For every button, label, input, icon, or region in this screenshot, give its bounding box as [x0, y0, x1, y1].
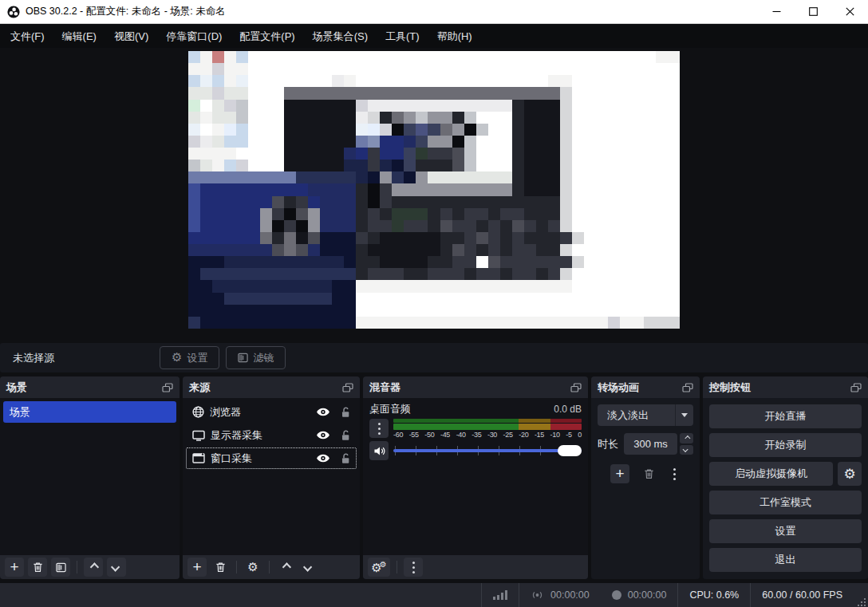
record-timer: 00:00:00: [601, 583, 678, 607]
resize-grip[interactable]: [855, 596, 866, 607]
maximize-button[interactable]: [795, 0, 831, 23]
duration-decrease-button[interactable]: [680, 445, 693, 455]
menu-edit[interactable]: 编辑(E): [53, 25, 105, 48]
remove-transition-button[interactable]: [639, 464, 658, 483]
source-row-window-capture[interactable]: 窗口采集: [186, 447, 357, 469]
add-source-button[interactable]: +: [187, 558, 207, 577]
mute-button[interactable]: [369, 441, 389, 460]
meter-scale: -60-55-50-45-40-35-30-25-20-15-10-50: [393, 431, 582, 439]
source-label: 显示器采集: [211, 428, 262, 443]
preview-mosaic[interactable]: [188, 51, 680, 329]
source-up-button[interactable]: [276, 558, 295, 577]
add-transition-button[interactable]: +: [610, 464, 629, 483]
cpu-usage: CPU: 0.6%: [678, 583, 750, 607]
chevron-down-icon: [303, 562, 312, 571]
minimize-button[interactable]: [758, 0, 795, 23]
source-properties-button[interactable]: ⚙: [243, 558, 262, 577]
studio-mode-button[interactable]: 工作室模式: [709, 491, 862, 514]
transition-current: 淡入淡出: [598, 408, 675, 423]
scene-filters-button[interactable]: [51, 558, 70, 577]
mixer-menu-button[interactable]: [404, 558, 423, 577]
unlock-icon[interactable]: [341, 453, 350, 464]
menu-tools[interactable]: 工具(T): [377, 25, 428, 48]
settings-button[interactable]: 设置: [709, 519, 862, 543]
source-row-browser[interactable]: 浏览器: [186, 401, 357, 423]
unlock-icon[interactable]: [341, 407, 350, 418]
scene-item-label: 场景: [10, 405, 30, 420]
title-bar: OBS 30.2.2 - 配置文件: 未命名 - 场景: 未命名: [0, 0, 868, 24]
network-status: [482, 583, 519, 607]
advanced-audio-button[interactable]: ⚙⚙: [368, 558, 390, 577]
scenes-toolbar: +: [0, 555, 180, 579]
add-scene-button[interactable]: +: [5, 558, 24, 577]
slider-handle[interactable]: [558, 445, 582, 456]
duration-label: 时长: [598, 437, 618, 451]
scene-up-button[interactable]: [84, 558, 103, 577]
scenes-title: 场景: [6, 380, 27, 395]
source-down-button[interactable]: [299, 558, 318, 577]
menu-help[interactable]: 帮助(H): [428, 25, 481, 48]
duration-increase-button[interactable]: [680, 433, 693, 443]
source-properties-bar: 未选择源 ⚙ 设置 滤镜: [0, 343, 868, 372]
speaker-icon: [373, 446, 385, 456]
source-filters-button[interactable]: 滤镜: [226, 346, 286, 369]
scenes-header: 场景: [0, 376, 180, 398]
transitions-header: 转场动画: [591, 376, 700, 398]
remove-source-button[interactable]: [211, 558, 230, 577]
transition-properties-button[interactable]: [668, 464, 681, 483]
source-label: 窗口采集: [211, 451, 252, 466]
menu-file[interactable]: 文件(F): [2, 25, 53, 48]
popout-icon: [850, 383, 862, 392]
transition-select[interactable]: 淡入淡出: [598, 404, 693, 426]
controls-title: 控制按钮: [709, 380, 751, 395]
filter-icon: [56, 562, 66, 573]
eye-icon[interactable]: [316, 454, 330, 463]
virtual-camera-settings-button[interactable]: ⚙: [838, 462, 862, 486]
menu-view[interactable]: 视图(V): [105, 25, 157, 48]
remove-scene-button[interactable]: [28, 558, 47, 577]
monitor-icon: [192, 430, 205, 441]
volume-slider[interactable]: [393, 442, 582, 459]
popout-icon: [570, 383, 582, 392]
no-source-label: 未选择源: [13, 351, 54, 365]
chevron-down-icon: [683, 447, 688, 452]
gear-icon: ⚙: [247, 562, 258, 573]
scene-item-selected[interactable]: 场景: [3, 401, 176, 423]
controls-header: 控制按钮: [703, 376, 868, 398]
source-settings-button[interactable]: ⚙ 设置: [160, 346, 219, 369]
sources-panel: 来源 浏览器: [183, 376, 360, 579]
record-icon: [612, 590, 621, 600]
stream-time: 00:00:00: [550, 589, 590, 601]
volume-meter-top: [393, 419, 582, 423]
start-virtual-camera-button[interactable]: 启动虚拟摄像机: [709, 462, 833, 486]
globe-icon: [192, 406, 204, 418]
mixer-channel-menu-button[interactable]: [369, 419, 389, 438]
start-recording-button[interactable]: 开始录制: [709, 433, 862, 457]
transitions-body: 淡入淡出 时长 300 ms +: [591, 398, 700, 579]
controls-body: 开始直播 开始录制 启动虚拟摄像机 ⚙ 工作室模式 设置 退出: [703, 398, 868, 579]
chevron-down-icon: [111, 562, 120, 571]
source-filters-label: 滤镜: [253, 351, 274, 365]
scene-down-button[interactable]: [107, 558, 126, 577]
eye-icon[interactable]: [316, 431, 330, 439]
fps-display: 60.00 / 60.00 FPS: [751, 583, 854, 607]
menu-scene-collection[interactable]: 场景集合(S): [304, 25, 377, 48]
sources-header: 来源: [183, 376, 360, 398]
menu-docks[interactable]: 停靠窗口(D): [157, 25, 231, 48]
source-label: 浏览器: [210, 405, 241, 420]
volume-db-value: 0.0 dB: [554, 404, 582, 415]
close-button[interactable]: [831, 0, 868, 23]
unlock-icon[interactable]: [341, 430, 350, 441]
start-streaming-button[interactable]: 开始直播: [709, 404, 862, 428]
audio-mixer-panel: 混音器 桌面音频 0.0 dB -60-55-50-45-40-35-30-25…: [363, 376, 588, 579]
exit-button[interactable]: 退出: [709, 548, 862, 572]
menu-profile[interactable]: 配置文件(P): [231, 25, 303, 48]
eye-icon[interactable]: [316, 408, 330, 416]
obs-logo-icon: [7, 6, 20, 18]
scenes-list: 场景: [0, 398, 180, 555]
duration-input[interactable]: 300 ms: [624, 433, 677, 455]
chevron-up-icon: [90, 562, 99, 571]
window-icon: [192, 453, 205, 463]
mixer-toolbar: ⚙⚙: [363, 555, 588, 579]
source-row-display-capture[interactable]: 显示器采集: [186, 424, 357, 446]
